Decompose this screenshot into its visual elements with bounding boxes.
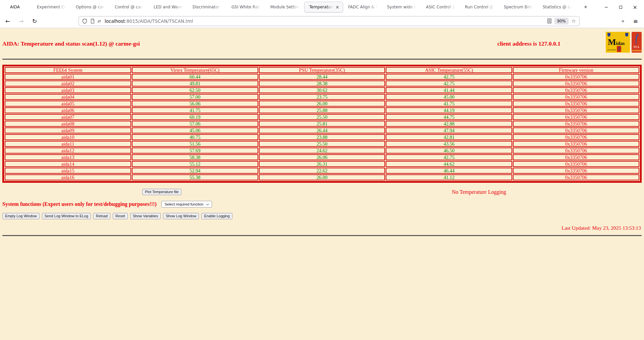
cell-virtex-temp: 51.56: [132, 141, 258, 147]
tab-system-wide-c[interactable]: System wide C: [382, 2, 421, 12]
cell-asic-temp: 45.00: [386, 94, 512, 100]
send-log-window-to-elog-button[interactable]: Send Log Window to ELog: [42, 213, 91, 219]
cell-virtex-temp: 57.06: [132, 121, 258, 127]
minimize-icon[interactable]: −: [604, 4, 608, 10]
tab-discriminator[interactable]: Discriminator: [187, 2, 226, 12]
table-row: aida0857.0625.8142.880x3350706: [5, 121, 639, 127]
cell-system: aida16: [5, 174, 131, 180]
tab-options-car[interactable]: Options @ car: [71, 2, 110, 12]
cell-firmware: 0x3350706: [513, 141, 639, 147]
tab-label: Spectrum Brow: [504, 5, 534, 9]
plot-temperature-file-button[interactable]: Plot Temperature file: [142, 189, 181, 195]
browser-window: AIDAExperiment CoOptions @ carControl @ …: [0, 0, 644, 340]
tab-control-car[interactable]: Control @ car: [110, 2, 149, 12]
url-bar[interactable]: ⇄ localhost:8015/AIDA/TSCAN/TSCAN.tml 90…: [78, 16, 580, 26]
system-functions-label: System functions (Expert users only for …: [2, 201, 157, 207]
table-row: aida0457.0023.7545.000x3350706: [5, 94, 639, 100]
back-icon[interactable]: ←: [5, 18, 11, 24]
tab-label: System wide C: [387, 5, 417, 9]
cell-virtex-temp: 57.69: [132, 148, 258, 154]
cell-virtex-temp: 62.50: [132, 87, 258, 93]
tcl-powered-text: POWERED: [632, 50, 642, 52]
cell-asic-temp: 42.88: [386, 121, 512, 127]
bookmark-star-icon[interactable]: ☆: [572, 18, 576, 24]
cell-virtex-temp: 55.38: [132, 174, 258, 180]
url-text[interactable]: localhost:8015/AIDA/TSCAN/TSCAN.tml: [105, 18, 547, 24]
table-row: aida1552.9422.6246.440x3350706: [5, 168, 639, 174]
reload-icon[interactable]: ↻: [32, 18, 38, 24]
tab-run-control[interactable]: Run Control @: [460, 2, 499, 12]
empty-log-window-button[interactable]: Empty Log Window: [2, 213, 40, 219]
overflow-menu-icon[interactable]: »: [622, 18, 625, 24]
tab-strip: AIDAExperiment CoOptions @ carControl @ …: [0, 0, 577, 14]
page-title: AIDA: Temperature and status scan(1.12) …: [2, 40, 140, 47]
close-icon[interactable]: ×: [633, 4, 637, 10]
cell-system: aida15: [5, 168, 131, 174]
maximize-icon[interactable]: [619, 6, 622, 9]
zoom-level-badge[interactable]: 90%: [554, 18, 569, 24]
cell-virtex-temp: 45.06: [132, 127, 258, 133]
tab-fadc-align-c[interactable]: FADC Align & C: [343, 2, 382, 12]
table-row: aida1257.6924.6246.500x3350706: [5, 148, 639, 154]
cell-psu-temp: 26.44: [259, 127, 385, 133]
tab-label: FADC Align & C: [348, 5, 378, 9]
tcl-powered-logo[interactable]: TCL POWERED: [632, 32, 642, 53]
new-tab-button[interactable]: +: [582, 4, 589, 10]
tab-label: Options @ car: [76, 5, 106, 9]
midas-shield-icon: [625, 33, 628, 37]
cell-asic-temp: 41.75: [386, 101, 512, 107]
enable-logging-button[interactable]: Enable Logging: [201, 213, 232, 219]
tab-spectrum-brow[interactable]: Spectrum Brow: [499, 2, 538, 12]
cell-psu-temp: 25.88: [259, 107, 385, 113]
cell-psu-temp: 25.50: [259, 114, 385, 120]
cell-firmware: 0x3350706: [513, 107, 639, 113]
cell-virtex-temp: 58.38: [132, 154, 258, 160]
reader-mode-icon[interactable]: [547, 18, 551, 23]
table-row: aida0362.5030.6241.440x3350706: [5, 87, 639, 93]
last-updated-text: Last Updated: May 23, 2025 13:53:13: [2, 225, 642, 231]
tab-led-and-wavef[interactable]: LED and Wavef: [149, 2, 187, 12]
reload-button[interactable]: Reload: [93, 213, 110, 219]
tab-temperature[interactable]: Temperature×: [304, 2, 343, 12]
function-select[interactable]: Select required function: [161, 201, 212, 208]
url-path: :8015/AIDA/TSCAN/TSCAN.tml: [125, 18, 193, 24]
tab-label: ASIC Control @: [426, 5, 456, 9]
divider: [2, 235, 642, 236]
tab-close-icon[interactable]: ×: [335, 5, 339, 9]
tab-module-setting[interactable]: Module Setting: [265, 2, 304, 12]
tab-experiment-co[interactable]: Experiment Co: [32, 2, 71, 12]
show-variables-button[interactable]: Show Variables: [130, 213, 161, 219]
app-menu-icon[interactable]: ≡: [633, 18, 638, 24]
page-info-icon[interactable]: [90, 18, 95, 24]
table-row: aida1151.5625.5043.560x3350706: [5, 141, 639, 147]
site-permissions-icon[interactable]: ⇄: [98, 19, 101, 23]
cell-firmware: 0x3350706: [513, 101, 639, 107]
tab-aida[interactable]: AIDA: [0, 2, 32, 12]
chevron-down-icon: [206, 202, 209, 205]
temperature-table: FEE64 SystemVirtex Temperature(65C)PSU T…: [2, 65, 642, 183]
tab-gsi-white-rabb[interactable]: GSI White Rabb: [226, 2, 265, 12]
tab-asic-control[interactable]: ASIC Control @: [421, 2, 460, 12]
forward-icon[interactable]: →: [18, 18, 24, 24]
header-virtex-temp: Virtex Temperature(65C): [132, 67, 258, 73]
cell-virtex-temp: 56.06: [132, 101, 258, 107]
show-log-window-button[interactable]: Show Log Window: [163, 213, 199, 219]
tab-label: Statistics @ ca: [543, 5, 573, 9]
tab-label: Experiment Co: [37, 5, 67, 9]
reset-button[interactable]: Reset: [113, 213, 128, 219]
midas-logo[interactable]: Midas powered by: [606, 32, 630, 53]
shield-icon[interactable]: [82, 18, 87, 24]
cell-psu-temp: 28.44: [259, 74, 385, 80]
table-row: aida0945.0626.4447.940x3350706: [5, 127, 639, 133]
table-row: aida1040.7523.8842.810x3350706: [5, 134, 639, 140]
cell-firmware: 0x3350706: [513, 154, 639, 160]
cell-firmware: 0x3350706: [513, 74, 639, 80]
header-firmware: Firmware version: [513, 67, 639, 73]
cell-firmware: 0x3350706: [513, 168, 639, 174]
cell-virtex-temp: 41.75: [132, 107, 258, 113]
tab-statistics-ca[interactable]: Statistics @ ca: [538, 2, 577, 12]
tab-label: Run Control @: [465, 5, 495, 9]
tab-label: GSI White Rabb: [231, 5, 262, 9]
cell-psu-temp: 30.62: [259, 87, 385, 93]
cell-system: aida12: [5, 148, 131, 154]
